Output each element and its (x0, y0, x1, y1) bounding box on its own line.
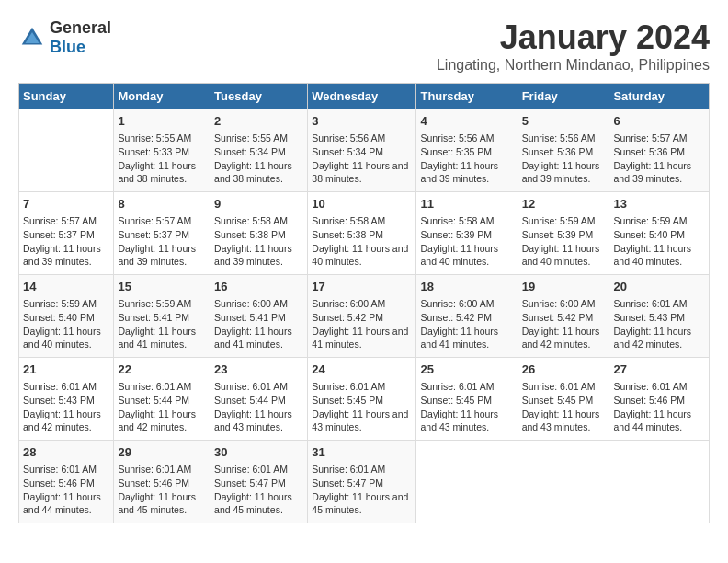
calendar-cell: 21Sunrise: 6:01 AMSunset: 5:43 PMDayligh… (19, 358, 114, 441)
calendar-cell: 22Sunrise: 6:01 AMSunset: 5:44 PMDayligh… (114, 358, 210, 441)
day-number: 1 (118, 113, 206, 130)
calendar-cell: 27Sunrise: 6:01 AMSunset: 5:46 PMDayligh… (609, 358, 710, 441)
day-number: 2 (214, 113, 303, 130)
calendar-cell: 10Sunrise: 5:58 AMSunset: 5:38 PMDayligh… (308, 192, 416, 275)
day-header-wednesday: Wednesday (308, 84, 416, 109)
day-number: 23 (214, 362, 303, 378)
logo-text: General Blue (50, 18, 111, 57)
day-number: 28 (23, 444, 109, 461)
day-number: 9 (214, 196, 303, 213)
day-number: 25 (420, 362, 513, 378)
day-number: 26 (522, 362, 606, 378)
calendar-week-row: 21Sunrise: 6:01 AMSunset: 5:43 PMDayligh… (19, 358, 710, 441)
day-number: 14 (23, 279, 109, 295)
calendar-cell: 2Sunrise: 5:55 AMSunset: 5:34 PMDaylight… (210, 109, 308, 192)
calendar-week-row: 14Sunrise: 5:59 AMSunset: 5:40 PMDayligh… (19, 275, 710, 358)
calendar-week-row: 28Sunrise: 6:01 AMSunset: 5:46 PMDayligh… (19, 441, 710, 523)
day-header-saturday: Saturday (609, 84, 710, 109)
calendar-cell: 3Sunrise: 5:56 AMSunset: 5:34 PMDaylight… (308, 109, 416, 192)
day-number: 12 (522, 196, 606, 213)
day-header-thursday: Thursday (416, 84, 518, 109)
month-title: January 2024 (437, 18, 710, 57)
day-number: 6 (613, 113, 705, 130)
title-block: January 2024 Lingating, Northern Mindana… (437, 18, 710, 74)
calendar-cell: 6Sunrise: 5:57 AMSunset: 5:36 PMDaylight… (609, 109, 710, 192)
calendar-week-row: 7Sunrise: 5:57 AMSunset: 5:37 PMDaylight… (19, 192, 710, 275)
day-number: 19 (522, 279, 606, 295)
logo: General Blue (18, 18, 111, 57)
day-number: 20 (613, 279, 705, 295)
calendar-cell: 14Sunrise: 5:59 AMSunset: 5:40 PMDayligh… (19, 275, 114, 358)
day-number: 18 (420, 279, 513, 295)
calendar-cell: 13Sunrise: 5:59 AMSunset: 5:40 PMDayligh… (609, 192, 710, 275)
calendar-cell (416, 441, 518, 523)
day-number: 31 (312, 444, 412, 461)
calendar-cell: 4Sunrise: 5:56 AMSunset: 5:35 PMDaylight… (416, 109, 518, 192)
calendar-cell: 25Sunrise: 6:01 AMSunset: 5:45 PMDayligh… (416, 358, 518, 441)
day-header-tuesday: Tuesday (210, 84, 308, 109)
day-number: 8 (118, 196, 206, 213)
day-number: 3 (312, 113, 412, 130)
calendar-cell: 1Sunrise: 5:55 AMSunset: 5:33 PMDaylight… (114, 109, 210, 192)
day-header-monday: Monday (114, 84, 210, 109)
calendar-header-row: SundayMondayTuesdayWednesdayThursdayFrid… (19, 84, 710, 109)
location-subtitle: Lingating, Northern Mindanao, Philippine… (437, 57, 710, 74)
calendar-week-row: 1Sunrise: 5:55 AMSunset: 5:33 PMDaylight… (19, 109, 710, 192)
calendar-cell: 30Sunrise: 6:01 AMSunset: 5:47 PMDayligh… (210, 441, 308, 523)
day-number: 22 (118, 362, 206, 378)
day-number: 24 (312, 362, 412, 378)
calendar-cell: 24Sunrise: 6:01 AMSunset: 5:45 PMDayligh… (308, 358, 416, 441)
logo-icon (18, 24, 46, 52)
day-number: 16 (214, 279, 303, 295)
day-number: 4 (420, 113, 513, 130)
day-number: 17 (312, 279, 412, 295)
logo-general: General (50, 18, 111, 37)
day-header-friday: Friday (518, 84, 609, 109)
calendar-cell: 26Sunrise: 6:01 AMSunset: 5:45 PMDayligh… (518, 358, 609, 441)
calendar-cell: 5Sunrise: 5:56 AMSunset: 5:36 PMDaylight… (518, 109, 609, 192)
calendar-cell: 18Sunrise: 6:00 AMSunset: 5:42 PMDayligh… (416, 275, 518, 358)
day-number: 29 (118, 444, 206, 461)
day-header-sunday: Sunday (19, 84, 114, 109)
calendar-cell: 15Sunrise: 5:59 AMSunset: 5:41 PMDayligh… (114, 275, 210, 358)
calendar-cell: 8Sunrise: 5:57 AMSunset: 5:37 PMDaylight… (114, 192, 210, 275)
calendar-cell: 19Sunrise: 6:00 AMSunset: 5:42 PMDayligh… (518, 275, 609, 358)
calendar-cell: 28Sunrise: 6:01 AMSunset: 5:46 PMDayligh… (19, 441, 114, 523)
day-number: 21 (23, 362, 109, 378)
calendar-cell: 9Sunrise: 5:58 AMSunset: 5:38 PMDaylight… (210, 192, 308, 275)
page-header: General Blue January 2024 Lingating, Nor… (18, 18, 710, 74)
day-number: 27 (613, 362, 705, 378)
calendar-cell: 12Sunrise: 5:59 AMSunset: 5:39 PMDayligh… (518, 192, 609, 275)
calendar-table: SundayMondayTuesdayWednesdayThursdayFrid… (18, 83, 710, 523)
calendar-cell: 31Sunrise: 6:01 AMSunset: 5:47 PMDayligh… (308, 441, 416, 523)
day-number: 10 (312, 196, 412, 213)
calendar-cell: 11Sunrise: 5:58 AMSunset: 5:39 PMDayligh… (416, 192, 518, 275)
calendar-cell: 17Sunrise: 6:00 AMSunset: 5:42 PMDayligh… (308, 275, 416, 358)
calendar-cell: 23Sunrise: 6:01 AMSunset: 5:44 PMDayligh… (210, 358, 308, 441)
calendar-cell (19, 109, 114, 192)
day-number: 30 (214, 444, 303, 461)
day-number: 7 (23, 196, 109, 213)
calendar-cell (518, 441, 609, 523)
calendar-cell: 20Sunrise: 6:01 AMSunset: 5:43 PMDayligh… (609, 275, 710, 358)
calendar-cell (609, 441, 710, 523)
day-number: 11 (420, 196, 513, 213)
calendar-cell: 16Sunrise: 6:00 AMSunset: 5:41 PMDayligh… (210, 275, 308, 358)
day-number: 13 (613, 196, 705, 213)
day-number: 15 (118, 279, 206, 295)
logo-blue: Blue (50, 38, 85, 56)
calendar-cell: 7Sunrise: 5:57 AMSunset: 5:37 PMDaylight… (19, 192, 114, 275)
day-number: 5 (522, 113, 606, 130)
calendar-cell: 29Sunrise: 6:01 AMSunset: 5:46 PMDayligh… (114, 441, 210, 523)
